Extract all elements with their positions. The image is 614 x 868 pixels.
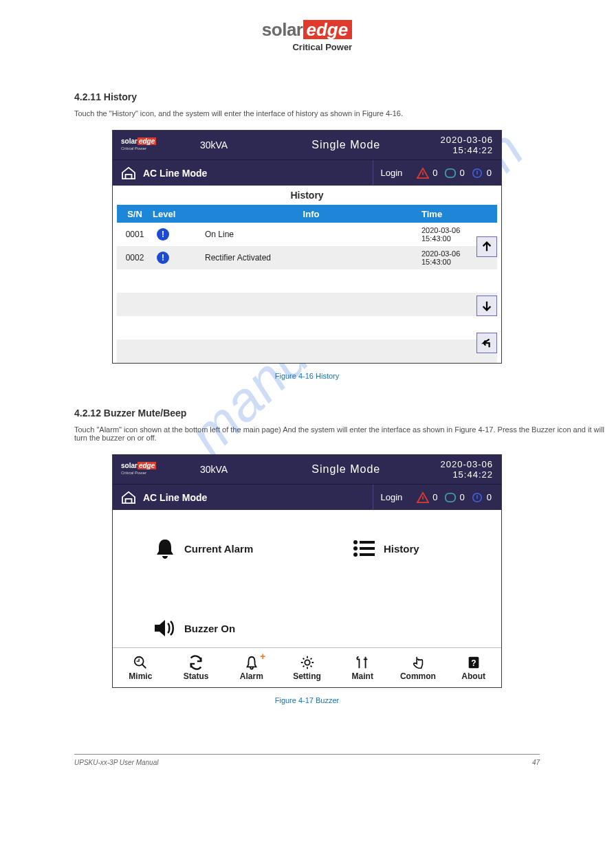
section-buzzer-paragraph: Touch "Alarm" icon shown at the bottom l… — [74, 425, 614, 442]
warning-triangle-icon — [416, 491, 430, 504]
back-button[interactable] — [476, 333, 497, 353]
svg-point-10 — [353, 546, 358, 550]
notice-count: 0 — [487, 168, 492, 178]
nav-mimic[interactable]: Mimic — [113, 648, 168, 687]
device-kva: 30kVA — [176, 140, 252, 151]
logo-edge-text: edge — [303, 20, 352, 39]
warn-count: 0 — [432, 168, 437, 178]
bottom-nav: Mimic Status + Alarm Setting Maint Commo… — [113, 647, 501, 687]
svg-line-15 — [142, 664, 146, 668]
alarm-menu-body: Current Alarm History Buzzer On — [113, 510, 501, 647]
svg-point-8 — [353, 540, 358, 544]
info-count: 0 — [460, 168, 465, 178]
device-subbar: AC Line Mode Login 0 0 0 — [113, 484, 501, 510]
list-icon — [351, 537, 378, 560]
device-topbar: solaredge Critical Power 30kVA Single Mo… — [113, 455, 501, 484]
home-icon[interactable] — [120, 490, 138, 505]
refresh-icon — [188, 655, 204, 670]
svg-rect-1 — [445, 168, 454, 177]
col-time: Time — [421, 209, 497, 219]
logo-subtitle: Critical Power — [262, 42, 352, 52]
about-icon: ? — [466, 655, 481, 670]
device-alarm-screenshot: solaredge Critical Power 30kVA Single Mo… — [112, 454, 502, 688]
page-header: solaredge Critical Power — [0, 0, 614, 53]
alarm-counters: 0 0 0 — [409, 167, 501, 179]
col-sn: S/N — [117, 209, 153, 219]
login-button[interactable]: Login — [373, 485, 409, 510]
brand-logo: solaredge Critical Power — [262, 19, 352, 52]
level-info-icon: ! — [157, 252, 169, 264]
buzzer-on-menu-item[interactable]: Buzzer On — [151, 609, 289, 647]
gear-icon — [300, 655, 315, 670]
warning-triangle-icon — [416, 167, 430, 179]
logo-solar-text: solar — [262, 19, 303, 40]
info-rounded-icon — [443, 167, 457, 179]
tools-icon — [355, 655, 370, 670]
alarm-counters: 0 0 0 — [409, 491, 501, 504]
hand-tap-icon — [410, 655, 426, 670]
col-level: Level — [153, 209, 201, 219]
history-row[interactable]: 0002 ! Rectifier Activated 2020-03-06 15… — [117, 246, 497, 269]
page-footer: UPSKU-xx-3P User Manual 47 — [74, 754, 540, 783]
device-subbar: AC Line Mode Login 0 0 0 — [113, 159, 501, 186]
section-history-title: 4.2.11 History — [74, 91, 614, 102]
bell-outline-icon — [244, 655, 259, 670]
history-menu-item[interactable]: History — [351, 529, 488, 568]
section-buzzer-title: 4.2.12 Buzzer Mute/Beep — [74, 408, 614, 419]
info-rounded-icon — [443, 491, 457, 504]
figure-caption-1: Figure 4-16 History — [0, 372, 614, 380]
section-history-paragraph: Touch the "History" icon, and the system… — [74, 109, 614, 118]
nav-setting[interactable]: Setting — [279, 648, 335, 687]
nav-status[interactable]: Status — [168, 648, 224, 687]
footer-left: UPSKU-xx-3P User Manual — [74, 759, 198, 766]
device-mode: Single Mode — [252, 463, 441, 476]
history-body: 0001 ! On Line 2020-03-06 15:43:00 0002 … — [117, 223, 497, 363]
device-topbar: solaredge Critical Power 30kVA Single Mo… — [113, 131, 501, 159]
history-title: History — [113, 186, 501, 205]
svg-point-12 — [353, 553, 358, 557]
col-info: Info — [201, 209, 421, 219]
bell-icon — [151, 537, 179, 560]
speaker-icon — [151, 616, 179, 640]
device-datetime: 2020-03-06 15:44:22 — [441, 459, 494, 480]
subbar-mode-label: AC Line Mode — [143, 492, 373, 503]
svg-point-16 — [305, 660, 309, 665]
footer-page-number: 47 — [498, 759, 540, 766]
nav-common[interactable]: Common — [391, 648, 446, 687]
svg-rect-11 — [360, 547, 375, 550]
login-button[interactable]: Login — [373, 160, 409, 186]
figure-caption-2: Figure 4-17 Buzzer — [0, 696, 614, 704]
svg-rect-5 — [445, 493, 454, 501]
device-logo: solaredge Critical Power — [121, 138, 176, 152]
mimic-icon — [133, 655, 148, 670]
history-row-empty — [117, 316, 497, 340]
footer-center — [198, 759, 498, 766]
svg-rect-9 — [360, 541, 375, 544]
nav-alarm[interactable]: + Alarm — [223, 648, 279, 687]
current-alarm-menu-item[interactable]: Current Alarm — [151, 529, 289, 568]
history-row-empty — [117, 293, 497, 316]
notice-circle-icon — [470, 491, 484, 504]
history-header-row: S/N Level Info Time — [117, 205, 497, 223]
scroll-up-button[interactable] — [476, 236, 497, 257]
device-mode: Single Mode — [252, 139, 441, 151]
svg-rect-13 — [360, 553, 375, 556]
history-row-empty — [117, 269, 497, 293]
device-history-screenshot: solaredge Critical Power 30kVA Single Mo… — [112, 130, 502, 364]
level-info-icon: ! — [157, 228, 169, 241]
history-row[interactable]: 0001 ! On Line 2020-03-06 15:43:00 — [117, 223, 497, 246]
device-kva: 30kVA — [176, 464, 252, 475]
alarm-badge-icon: + — [260, 651, 265, 662]
nav-about[interactable]: ? About — [446, 648, 501, 687]
subbar-mode-label: AC Line Mode — [143, 168, 373, 179]
notice-circle-icon — [470, 167, 484, 179]
nav-maint[interactable]: Maint — [335, 648, 391, 687]
scroll-down-button[interactable] — [476, 296, 497, 316]
history-row-empty — [117, 340, 497, 363]
device-datetime: 2020-03-06 15:44:22 — [441, 135, 494, 155]
home-icon[interactable] — [120, 166, 138, 181]
device-logo: solaredge Critical Power — [121, 463, 176, 476]
svg-text:?: ? — [471, 658, 476, 667]
